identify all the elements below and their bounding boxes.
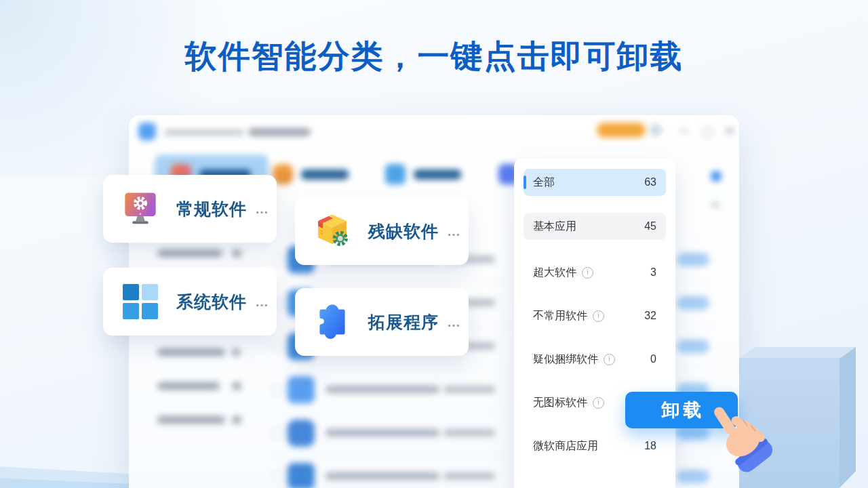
category-card-label: 残缺软件: [368, 220, 439, 243]
sidebar-count-blur: [232, 249, 241, 257]
info-icon[interactable]: i: [593, 397, 604, 409]
app-logo-icon: [138, 123, 156, 140]
filter-row-oversized[interactable]: 超大软件 i 3: [524, 259, 666, 286]
info-icon[interactable]: i: [604, 354, 615, 365]
filter-row-count: 3: [650, 266, 656, 279]
row-uninstall-pill-blur: [677, 253, 709, 266]
app-date-blur: [443, 386, 495, 393]
hero-title: 软件智能分类，一键点击即可卸载: [0, 35, 868, 78]
uninstall-button-label: 卸载: [662, 398, 705, 422]
filter-row-suspected-bundled[interactable]: 疑似捆绑软件 i 0: [524, 346, 666, 373]
filter-row-count: 63: [644, 176, 656, 188]
row-checkbox-blur: [273, 428, 283, 439]
info-icon[interactable]: i: [593, 310, 604, 322]
category-card-label: 拓展程序: [368, 311, 439, 333]
tab2-label-blur: [301, 169, 349, 180]
sidebar-row-blur: [157, 416, 225, 424]
filter-row-label: 微软商店应用: [533, 439, 598, 453]
puzzle-piece-icon: [313, 302, 352, 342]
sidebar-count-blur: [232, 348, 240, 356]
sidebar-row-blur: [157, 249, 222, 257]
monitor-gear-icon: [121, 189, 160, 228]
app-icon-blur: [288, 420, 315, 447]
maximize-icon: [703, 127, 713, 137]
filter-row-count: 45: [644, 220, 656, 232]
filter-row-count: 0: [650, 353, 656, 365]
app-icon-blur: [288, 376, 315, 403]
more-ellipsis-icon: …: [255, 294, 269, 310]
sidebar-count-blur: [232, 416, 241, 424]
filter-row-all[interactable]: 全部 63: [524, 169, 666, 196]
sidebar-count-blur: [232, 382, 241, 390]
cube-decoration-front-face: [739, 358, 840, 488]
category-card-extensions[interactable]: 拓展程序 …: [295, 288, 469, 356]
row-uninstall-pill-blur: [677, 426, 709, 440]
filter-row-label: 无图标软件: [533, 396, 587, 410]
avatar-blur: [650, 124, 662, 136]
uninstall-button[interactable]: 卸载: [625, 392, 738, 428]
row-uninstall-pill-blur: [677, 340, 709, 353]
filter-row-label: 基本应用: [533, 220, 576, 234]
category-card-label: 常规软件: [176, 198, 247, 220]
tab3-label-blur: [414, 169, 461, 180]
more-ellipsis-icon: …: [255, 201, 269, 217]
filter-row-rarely-used[interactable]: 不常用软件 i 32: [524, 302, 666, 329]
row-uninstall-pill-blur: [677, 470, 709, 483]
category-card-regular-software[interactable]: 常规软件 …: [103, 175, 277, 243]
row-uninstall-pill-blur: [677, 296, 709, 310]
filter-row-label: 全部: [533, 176, 555, 190]
category-card-system-software[interactable]: 系统软件 …: [103, 268, 277, 336]
filter-row-label: 超大软件: [533, 266, 576, 280]
close-icon: [726, 127, 734, 135]
sidebar-row-blur: [157, 382, 220, 390]
broken-package-gear-icon: [313, 211, 352, 251]
app-date-blur: [443, 472, 495, 480]
settings-dot-blur: [711, 171, 722, 182]
filter-row-count: 32: [644, 310, 656, 322]
row-checkbox-blur: [273, 384, 283, 395]
row-checkbox-blur: [273, 341, 283, 352]
filter-row-count: 18: [644, 440, 656, 452]
app-name-blur: [326, 429, 439, 436]
minimize-icon: [679, 130, 689, 133]
filter-row-label: 不常用软件: [533, 309, 587, 323]
category-card-label: 系统软件: [176, 291, 247, 313]
app-title-blur: [164, 129, 244, 136]
filter-row-label: 疑似捆绑软件: [533, 352, 598, 367]
row-checkbox-blur: [273, 471, 283, 482]
filter-panel: 全部 63 基本应用 45 超大软件 i 3 不常用软件 i 32 疑似捆绑软件…: [514, 159, 675, 488]
more-ellipsis-icon: …: [447, 314, 461, 330]
more-ellipsis-icon: …: [447, 224, 461, 239]
app-date-blur: [443, 429, 495, 436]
titlebar-divider: [129, 145, 739, 146]
cube-decoration-right-face: [840, 347, 856, 488]
app-icon-blur: [288, 463, 315, 488]
tab3-icon: [385, 164, 406, 184]
app-name-blur: [326, 386, 439, 393]
sidebar-row-blur: [157, 348, 225, 356]
category-card-broken-software[interactable]: 残缺软件 …: [295, 197, 469, 265]
cube-decoration-top-face: [739, 347, 856, 358]
info-icon[interactable]: i: [582, 267, 593, 279]
app-name-blur: [326, 472, 439, 480]
row-checkbox-blur: [273, 254, 283, 265]
filter-dot-blur: [711, 202, 720, 207]
app-title-blur-bold: [248, 128, 311, 136]
filter-row-ms-store-apps[interactable]: 微软商店应用 18: [524, 432, 666, 460]
windows-squares-icon: [121, 282, 160, 321]
upgrade-button-blur: [597, 123, 646, 138]
filter-row-basic-apps[interactable]: 基本应用 45: [524, 213, 666, 240]
